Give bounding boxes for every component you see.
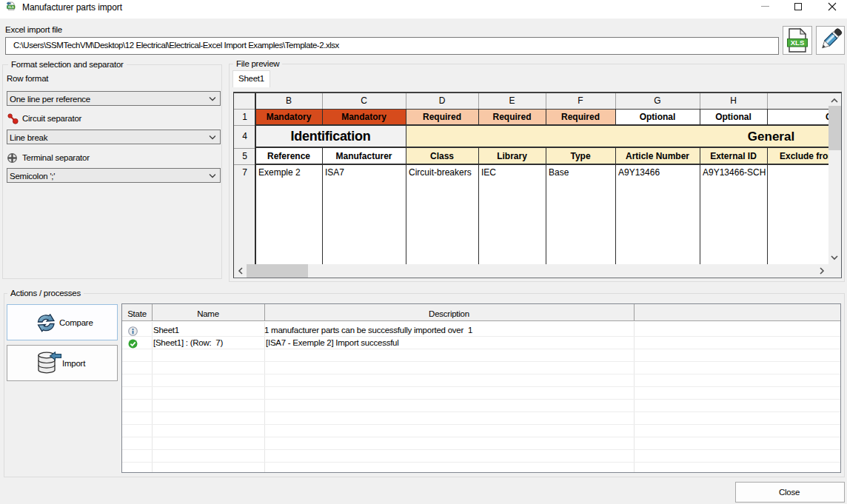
- svg-text:XLS: XLS: [8, 5, 14, 9]
- svg-text:XLS: XLS: [791, 38, 804, 47]
